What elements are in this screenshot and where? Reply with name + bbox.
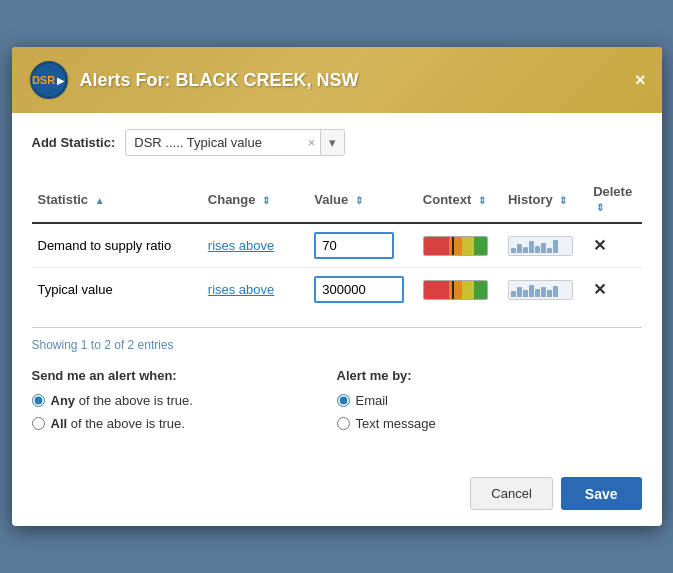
context-bar-green-2 [474, 281, 487, 299]
context-bar-yellow-2 [462, 281, 475, 299]
statistic-dropdown-icon[interactable]: ▾ [321, 130, 344, 155]
delete-button-2[interactable]: ✕ [593, 281, 606, 298]
cell-context-2 [417, 268, 502, 312]
divider [32, 327, 642, 328]
delete-button-1[interactable]: ✕ [593, 237, 606, 254]
modal-body: Add Statistic: DSR ..... Typical value ×… [12, 113, 662, 465]
cell-value-1 [308, 223, 417, 268]
modal-header: DSR ▶ Alerts For: BLACK CREEK, NSW × [12, 47, 662, 113]
value-input-2[interactable] [314, 276, 404, 303]
dsr-logo-text: DSR [32, 74, 55, 86]
modal: DSR ▶ Alerts For: BLACK CREEK, NSW × Add… [12, 47, 662, 526]
history-visual-1 [508, 236, 573, 256]
hbar [529, 285, 534, 297]
modal-title: Alerts For: BLACK CREEK, NSW [80, 70, 359, 91]
dsr-logo-arrow: ▶ [57, 75, 65, 86]
radio-email[interactable] [337, 394, 350, 407]
alert-by-email: Email [337, 393, 642, 408]
context-bar-yellow [462, 237, 475, 255]
alerts-table-wrapper: Statistic ▲ Change ⇕ Value ⇕ Context [32, 176, 642, 311]
dsr-logo-inner: DSR ▶ [33, 64, 65, 96]
col-header-history: History ⇕ [502, 176, 587, 223]
radio-any-label: Any of the above is true. [51, 393, 193, 408]
hbar [547, 248, 552, 253]
sort-icon-statistic[interactable]: ▲ [95, 195, 105, 206]
modal-footer: Cancel Save [12, 465, 662, 526]
cell-value-2 [308, 268, 417, 312]
hbar [523, 247, 528, 253]
close-button[interactable]: × [635, 71, 646, 89]
table-header-row: Statistic ▲ Change ⇕ Value ⇕ Context [32, 176, 642, 223]
cell-delete-1: ✕ [587, 223, 641, 268]
context-visual-1 [423, 236, 488, 256]
radio-all-label: All of the above is true. [51, 416, 185, 431]
cell-change-2: rises above [202, 268, 308, 312]
statistic-select-wrapper[interactable]: DSR ..... Typical value × ▾ [125, 129, 345, 156]
cell-statistic-1: Demand to supply ratio [32, 223, 202, 268]
radio-text-label: Text message [356, 416, 436, 431]
hbar [517, 244, 522, 252]
col-header-statistic: Statistic ▲ [32, 176, 202, 223]
cell-delete-2: ✕ [587, 268, 641, 312]
hbar [541, 287, 546, 296]
alert-by-title: Alert me by: [337, 368, 642, 383]
alert-by-text: Text message [337, 416, 642, 431]
cell-statistic-2: Typical value [32, 268, 202, 312]
sort-icon-change[interactable]: ⇕ [262, 195, 270, 206]
context-bar-red [424, 237, 449, 255]
table-row: Typical value rises above [32, 268, 642, 312]
hbar [553, 240, 558, 253]
alerts-table: Statistic ▲ Change ⇕ Value ⇕ Context [32, 176, 642, 311]
send-alert-option-any: Any of the above is true. [32, 393, 337, 408]
context-visual-2 [423, 280, 488, 300]
change-link-1[interactable]: rises above [208, 238, 274, 253]
send-alert-title: Send me an alert when: [32, 368, 337, 383]
save-button[interactable]: Save [561, 477, 642, 510]
hbar [529, 241, 534, 252]
sort-icon-history[interactable]: ⇕ [559, 195, 567, 206]
col-header-value: Value ⇕ [308, 176, 417, 223]
hbar [535, 289, 540, 297]
cell-history-2 [502, 268, 587, 312]
alert-by-col: Alert me by: Email Text message [337, 368, 642, 439]
hbar [547, 290, 552, 296]
change-link-2[interactable]: rises above [208, 282, 274, 297]
radio-any[interactable] [32, 394, 45, 407]
header-left: DSR ▶ Alerts For: BLACK CREEK, NSW [28, 59, 359, 101]
send-alert-option-all: All of the above is true. [32, 416, 337, 431]
cell-change-1: rises above [202, 223, 308, 268]
cancel-button[interactable]: Cancel [470, 477, 552, 510]
context-bar-red-2 [424, 281, 449, 299]
radio-all[interactable] [32, 417, 45, 430]
sort-icon-value[interactable]: ⇕ [355, 195, 363, 206]
statistic-select-text: DSR ..... Typical value [126, 130, 302, 155]
radio-text[interactable] [337, 417, 350, 430]
add-statistic-label: Add Statistic: [32, 135, 116, 150]
hbar [535, 246, 540, 253]
history-visual-2 [508, 280, 573, 300]
cell-context-1 [417, 223, 502, 268]
table-row: Demand to supply ratio rises above [32, 223, 642, 268]
context-marker-2 [452, 281, 454, 299]
sort-icon-context[interactable]: ⇕ [478, 195, 486, 206]
cell-history-1 [502, 223, 587, 268]
showing-text: Showing 1 to 2 of 2 entries [32, 338, 642, 352]
hbar [523, 290, 528, 297]
dsr-logo: DSR ▶ [28, 59, 70, 101]
statistic-clear-icon[interactable]: × [303, 130, 322, 155]
add-statistic-row: Add Statistic: DSR ..... Typical value ×… [32, 129, 642, 156]
alert-options: Send me an alert when: Any of the above … [32, 368, 642, 439]
sort-icon-delete[interactable]: ⇕ [596, 202, 604, 213]
value-input-1[interactable] [314, 232, 394, 259]
send-alert-col: Send me an alert when: Any of the above … [32, 368, 337, 439]
hbar [517, 287, 522, 297]
context-marker [452, 237, 454, 255]
col-header-context: Context ⇕ [417, 176, 502, 223]
context-bar-green [474, 237, 487, 255]
radio-email-label: Email [356, 393, 389, 408]
hbar [541, 243, 546, 253]
col-header-change: Change ⇕ [202, 176, 308, 223]
hbar [553, 286, 558, 297]
hbar [511, 248, 516, 252]
col-header-delete: Delete ⇕ [587, 176, 641, 223]
